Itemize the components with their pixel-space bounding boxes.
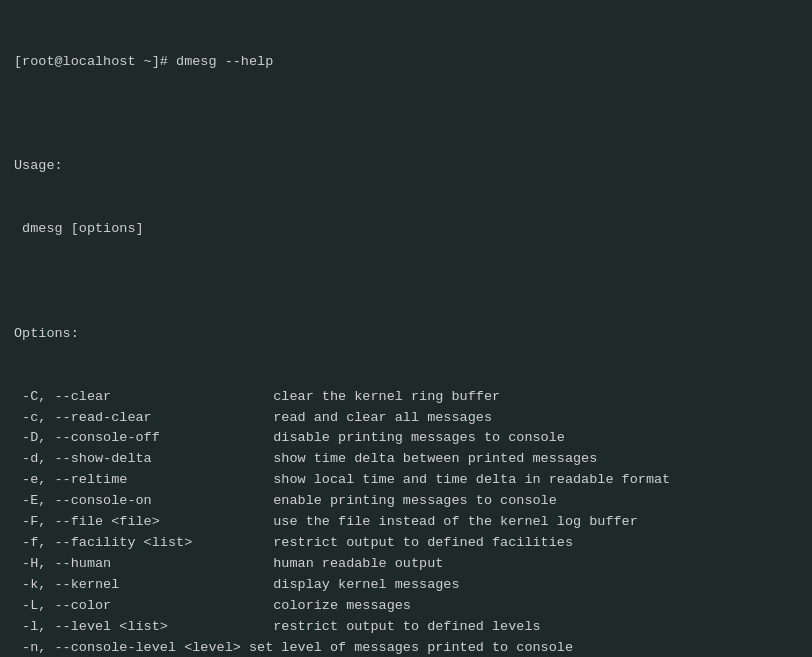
option-line-3: -d, --show-delta show time delta between…: [14, 449, 798, 470]
usage-cmd: dmesg [options]: [14, 219, 798, 240]
option-line-0: -C, --clear clear the kernel ring buffer: [14, 387, 798, 408]
options-list: -C, --clear clear the kernel ring buffer…: [14, 387, 798, 657]
option-line-9: -k, --kernel display kernel messages: [14, 575, 798, 596]
terminal: [root@localhost ~]# dmesg --help Usage: …: [14, 10, 798, 657]
option-line-10: -L, --color colorize messages: [14, 596, 798, 617]
option-line-12: -n, --console-level <level> set level of…: [14, 638, 798, 657]
option-line-4: -e, --reltime show local time and time d…: [14, 470, 798, 491]
option-line-8: -H, --human human readable output: [14, 554, 798, 575]
options-header: Options:: [14, 324, 798, 345]
option-line-1: -c, --read-clear read and clear all mess…: [14, 408, 798, 429]
option-line-5: -E, --console-on enable printing message…: [14, 491, 798, 512]
option-line-11: -l, --level <list> restrict output to de…: [14, 617, 798, 638]
option-line-2: -D, --console-off disable printing messa…: [14, 428, 798, 449]
option-line-7: -f, --facility <list> restrict output to…: [14, 533, 798, 554]
usage-header: Usage:: [14, 156, 798, 177]
option-line-6: -F, --file <file> use the file instead o…: [14, 512, 798, 533]
prompt-line: [root@localhost ~]# dmesg --help: [14, 52, 798, 73]
